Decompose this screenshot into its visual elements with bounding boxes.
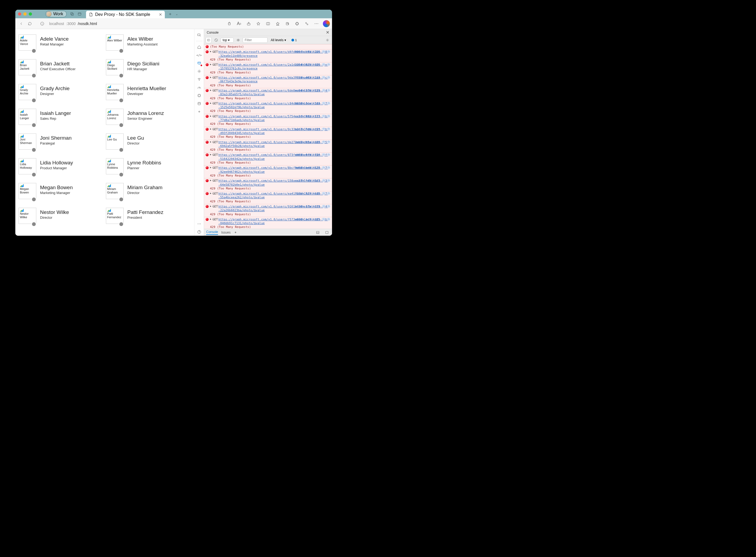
source-link[interactable]: nosdk.html:123: [295, 141, 320, 144]
issues-count[interactable]: 1: [291, 38, 297, 42]
disclosure-icon[interactable]: ▶: [210, 192, 211, 195]
disclosure-icon[interactable]: ▶: [210, 166, 211, 169]
badge-icon[interactable]: ⬭: [322, 166, 325, 169]
source-link[interactable]: nosdk.html:123: [295, 205, 320, 209]
badge-icon[interactable]: ⬭: [322, 179, 325, 182]
disclosure-icon[interactable]: ▶: [210, 205, 211, 208]
refresh-button[interactable]: [26, 20, 34, 27]
console-settings-button[interactable]: [324, 37, 330, 43]
badge-icon[interactable]: ⬭: [322, 127, 325, 131]
minimize-window-button[interactable]: [23, 12, 27, 16]
disclosure-icon[interactable]: ▶: [210, 153, 211, 156]
close-tab-button[interactable]: ✕: [159, 12, 162, 17]
console-error-entry[interactable]: ▶ GET https://graph.microsoft.com/v1.0/u…: [204, 49, 332, 62]
disclosure-icon[interactable]: ▶: [210, 76, 211, 79]
disclosure-icon[interactable]: ▶: [210, 89, 211, 92]
disclosure-icon[interactable]: ▶: [210, 141, 211, 144]
network-console-icon[interactable]: [195, 59, 203, 67]
browser-tools-icon[interactable]: [304, 21, 310, 27]
badge-icon[interactable]: ⬭: [327, 63, 330, 66]
console-error-entry[interactable]: (Too Many Requests): [204, 44, 332, 50]
badge-icon[interactable]: ⬭: [322, 192, 325, 195]
disclosure-icon[interactable]: ▶: [210, 127, 211, 131]
drawer-tab-issues[interactable]: Issues: [221, 231, 231, 234]
console-error-entry[interactable]: ▶ GET https://graph.microsoft.com/v1.0/u…: [204, 75, 332, 88]
disclosure-icon[interactable]: ▶: [210, 115, 211, 118]
tab-overflow-button[interactable]: ⌄: [176, 12, 178, 16]
profile-switcher[interactable]: Work: [45, 11, 67, 17]
log-levels-selector[interactable]: All levels ▾: [269, 38, 290, 42]
copilot-button[interactable]: [323, 20, 330, 27]
console-error-entry[interactable]: ▶ GET https://graph.microsoft.com/v1.0/u…: [204, 204, 332, 217]
more-tools-icon[interactable]: ⋯: [195, 220, 203, 228]
badge-icon[interactable]: ⬭: [322, 102, 325, 105]
badge-icon[interactable]: ⬭: [327, 50, 330, 53]
help-icon[interactable]: [195, 228, 203, 236]
browser-tab[interactable]: Dev Proxy - No SDK Sample ✕: [86, 11, 165, 18]
badge-icon[interactable]: ⬭: [327, 141, 330, 144]
back-button[interactable]: [18, 20, 25, 27]
source-link[interactable]: nosdk.html:123: [295, 89, 320, 93]
disclosure-icon[interactable]: ▶: [210, 50, 211, 53]
badge-icon[interactable]: ⬭: [322, 76, 325, 79]
console-error-entry[interactable]: ▶ GET https://graph.microsoft.com/v1.0/u…: [204, 127, 332, 140]
source-link[interactable]: nosdk.html:123: [295, 63, 320, 67]
live-expression-button[interactable]: [235, 37, 241, 43]
tab-actions-icon[interactable]: [77, 12, 82, 16]
drawer-tab-console[interactable]: Console: [206, 230, 218, 235]
disclosure-icon[interactable]: ▶: [210, 63, 211, 66]
extensions-icon[interactable]: [294, 21, 300, 27]
collections-icon[interactable]: [284, 21, 291, 27]
source-link[interactable]: nosdk.html:123: [295, 115, 320, 118]
badge-icon[interactable]: ⬭: [327, 153, 330, 156]
site-info-icon[interactable]: [38, 20, 46, 27]
source-link[interactable]: nosdk.html:123: [295, 102, 320, 106]
badge-icon[interactable]: ⬭: [327, 179, 330, 182]
badge-icon[interactable]: ⬭: [327, 218, 330, 221]
source-link[interactable]: nosdk.html:123: [295, 179, 320, 183]
badge-icon[interactable]: ⬭: [322, 63, 325, 66]
console-error-entry[interactable]: ▶ GET https://graph.microsoft.com/v1.0/u…: [204, 140, 332, 153]
new-tab-button[interactable]: ＋: [168, 11, 172, 17]
memory-icon[interactable]: [195, 92, 203, 99]
badge-icon[interactable]: ⬭: [327, 166, 330, 169]
devtools-close-button[interactable]: ✕: [326, 30, 329, 35]
badge-icon[interactable]: ⬭: [322, 141, 325, 144]
source-link[interactable]: nosdk.html:123: [295, 218, 320, 222]
application-icon[interactable]: [195, 100, 203, 107]
source-link[interactable]: nosdk.html:123: [295, 50, 320, 54]
url-input[interactable]: localhost:3000/nosdk.html: [47, 22, 225, 26]
badge-icon[interactable]: ⬭: [327, 76, 330, 79]
share-icon[interactable]: [246, 21, 252, 27]
console-error-entry[interactable]: ▶ GET https://graph.microsoft.com/v1.0/u…: [204, 62, 332, 75]
disclosure-icon[interactable]: ▶: [210, 102, 211, 105]
workspaces-icon[interactable]: [70, 12, 74, 16]
split-screen-icon[interactable]: [265, 21, 271, 27]
badge-icon[interactable]: ⬭: [322, 218, 325, 221]
read-aloud-icon[interactable]: A)): [236, 21, 242, 27]
favorite-icon[interactable]: [255, 21, 261, 27]
maximize-window-button[interactable]: [29, 12, 32, 16]
inspect-icon[interactable]: [195, 31, 203, 39]
clear-console-button[interactable]: [213, 37, 219, 43]
badge-icon[interactable]: ⬭: [327, 89, 330, 92]
sources-icon[interactable]: [195, 67, 203, 75]
drawer-dock-button[interactable]: [315, 230, 321, 235]
badge-icon[interactable]: ⬭: [327, 127, 330, 131]
performance-icon[interactable]: [195, 84, 203, 91]
console-error-entry[interactable]: ▶ GET https://graph.microsoft.com/v1.0/u…: [204, 191, 332, 204]
console-error-entry[interactable]: ▶ GET https://graph.microsoft.com/v1.0/u…: [204, 217, 332, 229]
source-link[interactable]: nosdk.html:123: [295, 127, 320, 131]
console-error-entry[interactable]: ▶ GET https://graph.microsoft.com/v1.0/u…: [204, 152, 332, 166]
console-error-entry[interactable]: ▶ GET https://graph.microsoft.com/v1.0/u…: [204, 114, 332, 127]
badge-icon[interactable]: ⬭: [327, 205, 330, 208]
elements-icon[interactable]: </>: [195, 51, 203, 59]
console-error-entry[interactable]: ▶ GET https://graph.microsoft.com/v1.0/u…: [204, 178, 332, 191]
source-link[interactable]: nosdk.html:123: [295, 192, 320, 196]
favorites-bar-icon[interactable]: [275, 21, 281, 27]
network-icon[interactable]: [195, 76, 203, 83]
context-selector[interactable]: top ▾: [221, 38, 233, 42]
filter-input[interactable]: [243, 37, 267, 43]
badge-icon[interactable]: ⬭: [322, 50, 325, 53]
badge-icon[interactable]: ⬭: [322, 153, 325, 156]
